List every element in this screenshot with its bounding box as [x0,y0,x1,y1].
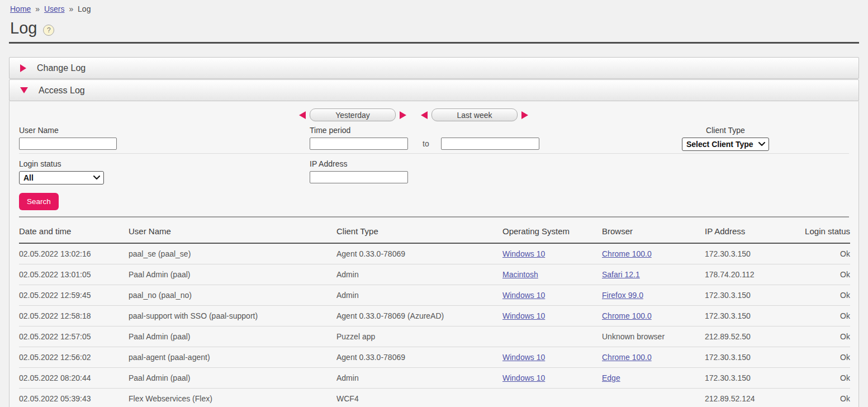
cell-browser-link[interactable]: Chrome 100.0 [602,311,652,320]
cell-client-type: Admin [336,264,502,285]
cell-datetime: 02.05.2022 12:59:45 [19,285,129,306]
cell-browser: Chrome 100.0 [602,306,705,326]
cell-username: Paal Admin (paal) [129,326,336,347]
cell-os-link[interactable]: Windows 10 [502,311,545,320]
filter-divider [19,153,849,154]
cell-username: paal-support with SSO (paal-support) [129,306,336,326]
next-week-arrow-icon[interactable] [521,111,528,119]
cell-ip: 212.89.52.50 [705,326,794,347]
time-period-to-label: to [423,139,429,148]
cell-browser: Edge [602,368,705,389]
breadcrumb: Home » Users » Log [0,0,868,13]
cell-browser-link[interactable]: Edge [602,373,620,382]
chevron-down-icon [20,87,28,93]
breadcrumb-separator: » [69,4,73,13]
cell-username: paal_se (paal_se) [129,243,336,264]
cell-username: paal-agent (paal-agent) [129,347,336,368]
column-header-browser: Browser [602,217,705,243]
cell-os [502,326,602,347]
title-rule [9,42,859,44]
cell-ip: 172.30.3.150 [705,306,794,326]
cell-os: Macintosh [502,264,602,285]
client-type-label: Client Type [682,126,769,135]
section-label-access-log: Access Log [39,86,85,96]
cell-browser: Unknown browser [602,326,705,347]
last-week-button[interactable]: Last week [431,108,518,121]
cell-os-link[interactable]: Windows 10 [502,291,545,300]
cell-client-type: Admin [336,285,502,306]
cell-datetime: 02.05.2022 13:01:05 [19,264,129,285]
cell-ip: 172.30.3.150 [705,285,794,306]
cell-login-status: Ok [794,368,850,389]
previous-week-arrow-icon[interactable] [421,111,428,119]
client-type-select[interactable]: Select Client Type [682,138,769,151]
cell-browser [602,389,705,407]
section-header-change-log[interactable]: Change Log [9,57,859,79]
cell-browser-link[interactable]: Safari 12.1 [602,270,640,279]
next-day-arrow-icon[interactable] [400,111,406,119]
user-name-input[interactable] [19,138,117,150]
log-accordion: Change Log Access Log Yesterday Last wee… [9,57,859,407]
cell-client-type: WCF4 [336,389,502,407]
ip-address-label: IP Address [310,159,408,168]
cell-browser: Safari 12.1 [602,264,705,285]
breadcrumb-current: Log [78,4,91,13]
yesterday-button[interactable]: Yesterday [310,108,396,121]
date-navigation: Yesterday Last week [299,108,528,121]
cell-os [502,389,602,407]
section-label-change-log: Change Log [37,63,86,73]
search-button[interactable]: Search [19,193,59,210]
cell-browser-link[interactable]: Chrome 100.0 [602,249,652,258]
chevron-right-icon [20,64,26,72]
cell-os: Windows 10 [502,347,602,368]
cell-browser: Firefox 99.0 [602,285,705,306]
cell-os: Windows 10 [502,368,602,389]
cell-datetime: 02.05.2022 13:02:16 [19,243,129,264]
breadcrumb-link-users[interactable]: Users [44,4,65,13]
filter-area: Yesterday Last week User Name Time perio… [19,101,849,217]
breadcrumb-link-home[interactable]: Home [10,4,31,13]
cell-login-status: Ok [794,306,850,326]
help-icon[interactable]: ? [43,25,54,36]
cell-ip: 172.30.3.150 [705,243,794,264]
cell-os-link[interactable]: Macintosh [502,270,538,279]
time-period-from-input[interactable] [310,138,408,150]
cell-os-link[interactable]: Windows 10 [502,373,545,382]
client-type-filter: Client Type Select Client Type [682,126,769,151]
cell-browser-link[interactable]: Chrome 100.0 [602,353,652,362]
cell-login-status: Ok [794,243,850,264]
column-header-os: Operating System [502,217,602,243]
cell-username: paal_no (paal_no) [129,285,336,306]
previous-day-arrow-icon[interactable] [299,111,306,119]
cell-client-type: Agent 0.33.0-78069 [336,347,502,368]
user-name-label: User Name [19,126,117,135]
cell-login-status: Ok [794,264,850,285]
cell-ip: 212.89.52.124 [705,389,794,407]
breadcrumb-separator: » [35,4,40,13]
table-row: 02.05.2022 12:58:18paal-support with SSO… [19,306,850,326]
ip-address-input[interactable] [310,171,408,183]
access-log-panel: Yesterday Last week User Name Time perio… [9,101,859,407]
cell-os-link[interactable]: Windows 10 [502,353,545,362]
cell-os: Windows 10 [502,306,602,326]
column-header-username: User Name [129,217,336,243]
login-status-select[interactable]: All [19,171,104,184]
cell-os: Windows 10 [502,285,602,306]
cell-os: Windows 10 [502,243,602,264]
table-row: 02.05.2022 12:59:45paal_no (paal_no)Admi… [19,285,850,306]
cell-datetime: 02.05.2022 05:39:43 [19,389,129,407]
cell-client-type: Puzzel app [336,326,502,347]
cell-datetime: 02.05.2022 12:56:02 [19,347,129,368]
table-row: 02.05.2022 13:02:16paal_se (paal_se)Agen… [19,243,850,264]
cell-datetime: 02.05.2022 08:20:44 [19,368,129,389]
cell-os-link[interactable]: Windows 10 [502,249,545,258]
cell-browser: Chrome 100.0 [602,347,705,368]
page-title: Log [10,19,37,37]
cell-browser-link[interactable]: Firefox 99.0 [602,291,643,300]
cell-browser: Chrome 100.0 [602,243,705,264]
column-header-login-status: Login status [794,217,850,243]
cell-username: Flex Webservices (Flex) [129,389,336,407]
cell-ip: 172.30.3.150 [705,347,794,368]
section-header-access-log[interactable]: Access Log [9,79,859,101]
time-period-to-input[interactable] [441,138,539,150]
